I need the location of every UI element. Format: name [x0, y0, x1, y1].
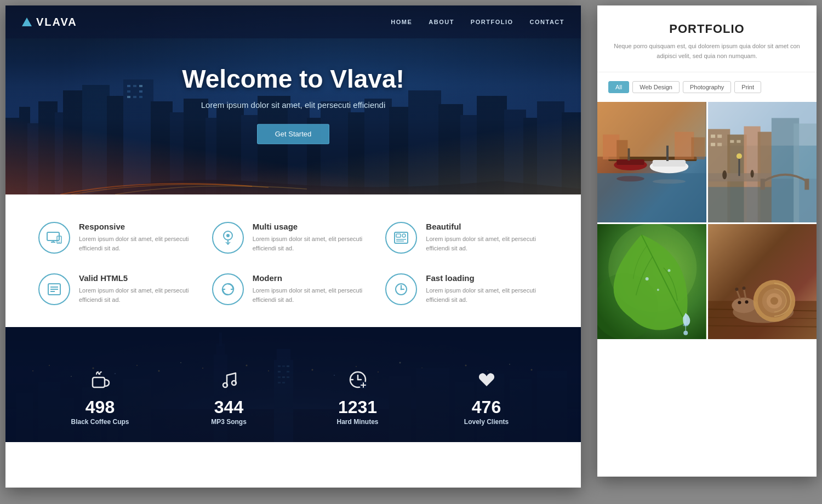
- svg-rect-154: [737, 140, 740, 143]
- svg-rect-134: [653, 160, 686, 167]
- filter-photography[interactable]: Photography: [683, 81, 731, 93]
- portfolio-title: PORTFOLIO: [608, 22, 806, 36]
- filter-all[interactable]: All: [608, 81, 629, 93]
- feature-fast-loading: Fast loading Lorem ipsum dolor sit amet,…: [385, 273, 548, 305]
- minutes-number: 1231: [296, 398, 419, 416]
- multi-usage-icon: [212, 222, 244, 254]
- svg-rect-151: [711, 143, 715, 146]
- stats-overlay: 498 Black Coffee Cups 344 MP3 Songs: [5, 327, 581, 442]
- svg-rect-150: [717, 135, 722, 138]
- svg-rect-164: [804, 179, 809, 190]
- feature-beautiful: Beautiful Lorem ipsum dolor sit amet, el…: [385, 222, 548, 254]
- coffee-label: Black Coffee Cups: [38, 418, 162, 426]
- get-started-button[interactable]: Get Started: [257, 124, 329, 144]
- svg-point-172: [657, 289, 659, 291]
- hero-section: VLAVA HOME ABOUT PORTFOLIO CONTACT Welco…: [5, 5, 581, 194]
- portfolio-img-leaf[interactable]: [597, 224, 706, 339]
- minutes-label: Hard Minutes: [296, 418, 419, 426]
- fast-loading-icon: [385, 273, 417, 305]
- svg-rect-140: [675, 132, 694, 159]
- responsive-desc: Lorem ipsum dolor sit amet, elit persecu…: [79, 234, 201, 253]
- svg-rect-141: [691, 138, 705, 159]
- stat-coffee: 498 Black Coffee Cups: [38, 370, 162, 426]
- svg-point-183: [735, 288, 738, 291]
- svg-rect-156: [738, 157, 740, 176]
- portfolio-description: Neque porro quisquam est, qui dolorem ip…: [608, 42, 806, 61]
- svg-point-185: [738, 301, 741, 304]
- logo[interactable]: VLAVA: [22, 16, 77, 28]
- nav-about[interactable]: ABOUT: [429, 19, 454, 25]
- svg-point-50: [402, 234, 406, 237]
- svg-point-137: [653, 179, 686, 184]
- svg-point-180: [732, 297, 756, 313]
- svg-point-191: [770, 297, 778, 305]
- svg-rect-115: [93, 377, 105, 387]
- beautiful-title: Beautiful: [426, 222, 548, 231]
- svg-point-157: [736, 153, 741, 159]
- svg-rect-158: [708, 187, 772, 223]
- beautiful-text: Beautiful Lorem ipsum dolor sit amet, el…: [426, 222, 548, 253]
- filter-web-design[interactable]: Web Design: [632, 81, 680, 93]
- svg-rect-132: [627, 148, 630, 161]
- svg-rect-131: [616, 159, 644, 165]
- clients-number: 476: [425, 398, 548, 416]
- nav-home[interactable]: HOME: [391, 19, 412, 25]
- svg-point-59: [401, 289, 402, 290]
- svg-rect-149: [711, 135, 715, 138]
- coffee-icon: [38, 370, 162, 394]
- beautiful-icon: [385, 222, 417, 254]
- hero-title: Welcome to Vlava!: [63, 64, 523, 94]
- portfolio-card: PORTFOLIO Neque porro quisquam est, qui …: [597, 5, 817, 477]
- feature-multi-usage: Multi usage Lorem ipsum dolor sit amet, …: [212, 222, 375, 254]
- fast-loading-text: Fast loading Lorem ipsum dolor sit amet,…: [426, 273, 548, 304]
- feature-modern: Modern Lorem ipsum dolor sit amet, elit …: [212, 273, 375, 305]
- clients-label: Lovely Clients: [425, 418, 548, 426]
- stats-grid: 498 Black Coffee Cups 344 MP3 Songs: [5, 359, 581, 442]
- valid-html5-desc: Lorem ipsum dolor sit amet, elit persecu…: [79, 286, 201, 304]
- valid-html5-title: Valid HTML5: [79, 273, 201, 283]
- coffee-number: 498: [38, 398, 162, 416]
- filter-print[interactable]: Print: [734, 81, 761, 93]
- logo-triangle-icon: [22, 18, 32, 26]
- fast-loading-title: Fast loading: [426, 273, 548, 283]
- hero-subtitle: Lorem ipsum dolor sit amet, elit persecu…: [63, 100, 523, 110]
- svg-rect-139: [616, 140, 627, 159]
- nav-links: HOME ABOUT PORTFOLIO CONTACT: [391, 19, 564, 25]
- beautiful-desc: Lorem ipsum dolor sit amet, elit persecu…: [426, 234, 548, 253]
- svg-rect-128: [597, 173, 706, 222]
- svg-rect-152: [717, 143, 722, 146]
- multi-usage-text: Multi usage Lorem ipsum dolor sit amet, …: [253, 222, 375, 253]
- responsive-text: Responsive Lorem ipsum dolor sit amet, e…: [79, 222, 201, 253]
- svg-rect-47: [396, 234, 401, 237]
- features-section: Responsive Lorem ipsum dolor sit amet, e…: [5, 194, 581, 327]
- logo-text: VLAVA: [36, 16, 77, 28]
- hero-content: Welcome to Vlava! Lorem ipsum dolor sit …: [63, 64, 523, 144]
- clock-add-icon: [296, 370, 419, 394]
- fast-loading-desc: Lorem ipsum dolor sit amet, elit persecu…: [426, 286, 548, 304]
- multi-usage-desc: Lorem ipsum dolor sit amet, elit persecu…: [253, 234, 375, 253]
- svg-point-173: [667, 270, 670, 272]
- heart-icon: [425, 370, 548, 394]
- svg-rect-153: [730, 140, 734, 143]
- svg-point-184: [742, 287, 745, 290]
- svg-point-136: [616, 176, 644, 181]
- nav-contact[interactable]: CONTACT: [530, 19, 564, 25]
- modern-icon: [212, 273, 244, 305]
- valid-html5-icon: [38, 273, 70, 305]
- svg-rect-162: [794, 124, 817, 223]
- svg-point-171: [646, 277, 649, 280]
- portfolio-img-snail[interactable]: [708, 224, 817, 339]
- responsive-title: Responsive: [79, 222, 201, 231]
- portfolio-img-boats[interactable]: [597, 102, 706, 222]
- svg-point-170: [683, 331, 688, 335]
- svg-rect-163: [760, 179, 764, 190]
- nav-portfolio[interactable]: PORTFOLIO: [471, 19, 513, 25]
- navigation: VLAVA HOME ABOUT PORTFOLIO CONTACT: [5, 5, 581, 38]
- svg-point-186: [745, 300, 748, 303]
- valid-html5-text: Valid HTML5 Lorem ipsum dolor sit amet, …: [79, 273, 201, 304]
- portfolio-img-canal[interactable]: [708, 102, 817, 222]
- svg-point-117: [232, 381, 236, 385]
- portfolio-filters: All Web Design Photography Print: [597, 72, 817, 102]
- responsive-icon: [38, 222, 70, 254]
- portfolio-header: PORTFOLIO Neque porro quisquam est, qui …: [597, 5, 817, 72]
